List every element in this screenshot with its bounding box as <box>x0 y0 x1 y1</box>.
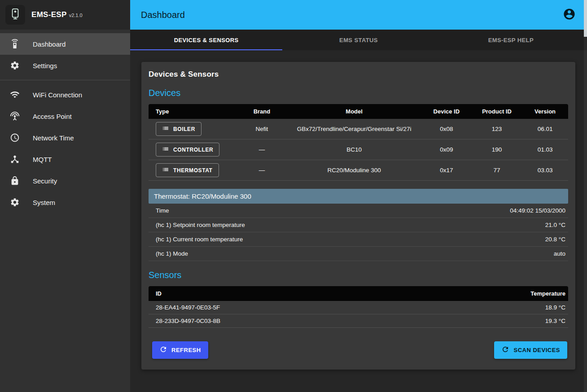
sidebar-item-system[interactable]: System <box>0 192 130 213</box>
device-model: BC10 <box>287 139 421 160</box>
main-area: Dashboard DEVICES & SENSORS EMS STATUS E… <box>130 0 587 392</box>
sidebar-item-label: MQTT <box>33 156 52 163</box>
col-brand: Brand <box>237 104 287 119</box>
device-id: 0x08 <box>421 119 472 139</box>
scan-devices-button[interactable]: SCAN DEVICES <box>494 341 567 359</box>
sensor-row: 28-233D-9497-0C03-8B 19.3 °C <box>149 314 568 328</box>
product-id: 190 <box>472 139 522 160</box>
tab-bar: DEVICES & SENSORS EMS STATUS EMS-ESP HEL… <box>130 30 587 50</box>
actions-row: REFRESH SCAN DEVICES <box>149 341 568 359</box>
sidebar-item-mqtt[interactable]: MQTT <box>0 148 130 170</box>
detail-value: 21.0 °C <box>545 222 565 228</box>
sidebar-item-label: Dashboard <box>33 40 66 48</box>
sidebar-item-access-point[interactable]: Access Point <box>0 105 130 127</box>
device-row-boiler: BOILER Nefit GBx72/Trendline/Cerapur/Gre… <box>149 119 568 139</box>
sidebar-divider <box>0 80 130 80</box>
gear-icon <box>9 197 20 208</box>
detail-value: 04:49:02 15/03/2000 <box>510 207 565 214</box>
device-icon <box>9 8 22 22</box>
device-id: 0x17 <box>421 160 472 181</box>
col-product-id: Product ID <box>472 104 522 119</box>
tab-ems-status[interactable]: EMS STATUS <box>282 30 434 50</box>
controller-button[interactable]: CONTROLLER <box>156 143 219 157</box>
account-button[interactable] <box>562 8 576 22</box>
device-row-thermostat: THERMOSTAT — RC20/Moduline 300 0x17 77 0… <box>149 160 568 181</box>
device-brand: — <box>237 139 287 160</box>
detail-label: (hc 1) Current room temperature <box>156 236 243 243</box>
detail-row-time: Time 04:49:02 15/03/2000 <box>149 204 568 218</box>
device-brand: — <box>237 160 287 181</box>
list-icon <box>162 166 169 174</box>
refresh-icon <box>159 345 167 355</box>
sidebar-nav: Dashboard Settings WiFi Connection Acc <box>0 30 130 213</box>
lock-icon <box>9 175 20 186</box>
refresh-button[interactable]: REFRESH <box>152 341 208 359</box>
ems-esp-logo <box>5 5 25 25</box>
device-model: GBx72/Trendline/Cerapur/Greenstar Si/27i <box>287 119 421 139</box>
page-title: Dashboard <box>141 10 185 20</box>
gear-icon <box>9 60 20 71</box>
list-icon <box>162 145 169 154</box>
detail-value: 20.8 °C <box>545 236 565 243</box>
sidebar-item-label: Network Time <box>33 134 74 142</box>
device-row-controller: CONTROLLER — BC10 0x09 190 01.03 <box>149 139 568 160</box>
detail-row-mode: (hc 1) Mode auto <box>149 247 568 261</box>
device-id: 0x09 <box>421 139 472 160</box>
scrollbar[interactable] <box>584 0 587 392</box>
devices-sensors-card: Devices & Sensors Devices Type Brand Mod… <box>141 62 575 370</box>
sidebar-item-label: Settings <box>33 62 57 70</box>
thermostat-details: Time 04:49:02 15/03/2000 (hc 1) Setpoint… <box>149 204 568 261</box>
sidebar-item-label: Access Point <box>33 113 72 120</box>
col-model: Model <box>287 104 421 119</box>
detail-row-current-temp: (hc 1) Current room temperature 20.8 °C <box>149 232 568 247</box>
ems-esp-app: EMS-ESPv2.1.0 Dashboard Settings <box>0 0 587 392</box>
devices-heading: Devices <box>149 88 568 98</box>
refresh-button-label: REFRESH <box>171 347 201 353</box>
sensor-id: 28-233D-9497-0C03-8B <box>149 314 451 328</box>
device-model: RC20/Moduline 300 <box>287 160 421 181</box>
device-icon <box>9 39 20 49</box>
wifi-icon <box>9 89 20 100</box>
sidebar: EMS-ESPv2.1.0 Dashboard Settings <box>0 0 130 392</box>
device-type-label: CONTROLLER <box>173 147 213 153</box>
devices-table: Type Brand Model Device ID Product ID Ve… <box>149 104 568 181</box>
device-type-label: BOILER <box>173 126 195 132</box>
detail-label: (hc 1) Setpoint room temperature <box>156 222 245 228</box>
tab-ems-esp-help[interactable]: EMS-ESP HELP <box>435 30 587 50</box>
device-brand: Nefit <box>237 119 287 139</box>
sensor-id: 28-EA41-9497-0E03-5F <box>149 301 451 314</box>
device-version: 01.03 <box>522 139 568 160</box>
sensor-temperature: 19.3 °C <box>451 314 568 328</box>
list-icon <box>162 125 169 133</box>
col-device-id: Device ID <box>421 104 472 119</box>
sensors-heading: Sensors <box>149 270 568 280</box>
thermostat-banner: Thermostat: RC20/Moduline 300 <box>149 189 568 204</box>
antenna-icon <box>9 111 20 122</box>
sidebar-header: EMS-ESPv2.1.0 <box>0 0 130 30</box>
sensor-row: 28-EA41-9497-0E03-5F 18.9 °C <box>149 301 568 314</box>
sidebar-item-security[interactable]: Security <box>0 170 130 192</box>
thermostat-button[interactable]: THERMOSTAT <box>156 163 219 177</box>
sidebar-item-settings[interactable]: Settings <box>0 55 130 76</box>
sidebar-item-network-time[interactable]: Network Time <box>0 127 130 148</box>
clock-icon <box>9 132 20 143</box>
detail-value: auto <box>554 250 565 257</box>
detail-label: Time <box>156 207 169 214</box>
tab-devices-sensors[interactable]: DEVICES & SENSORS <box>130 30 282 50</box>
device-version: 06.01 <box>522 119 568 139</box>
col-temperature: Temperature <box>451 286 568 301</box>
scrollbar-thumb[interactable] <box>584 0 587 37</box>
col-version: Version <box>522 104 568 119</box>
sidebar-item-wifi-connection[interactable]: WiFi Connection <box>0 84 130 105</box>
col-sensor-id: ID <box>149 286 451 301</box>
sidebar-item-dashboard[interactable]: Dashboard <box>0 33 130 55</box>
detail-row-setpoint-temp: (hc 1) Setpoint room temperature 21.0 °C <box>149 218 568 232</box>
app-title: EMS-ESP <box>31 10 67 19</box>
sensor-temperature: 18.9 °C <box>451 301 568 314</box>
card-title: Devices & Sensors <box>149 70 568 79</box>
product-id: 123 <box>472 119 522 139</box>
scan-devices-button-label: SCAN DEVICES <box>513 347 560 353</box>
sensors-table-header-row: ID Temperature <box>149 286 568 301</box>
col-type: Type <box>149 104 237 119</box>
boiler-button[interactable]: BOILER <box>156 122 202 136</box>
